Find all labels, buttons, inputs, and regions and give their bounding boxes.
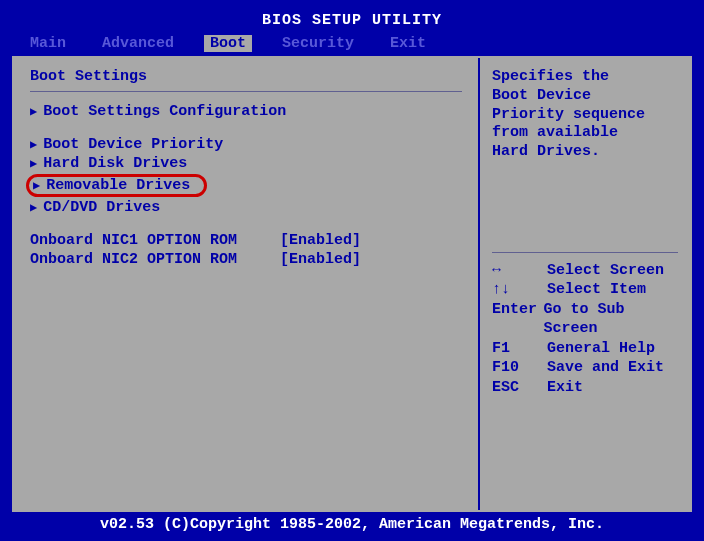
hint-f1: F1 General Help xyxy=(492,339,678,359)
divider xyxy=(492,252,678,253)
entry-label: Boot Settings Configuration xyxy=(43,103,286,120)
tab-main[interactable]: Main xyxy=(12,35,84,52)
tab-advanced[interactable]: Advanced xyxy=(84,35,192,52)
help-panel: Specifies the Boot Device Priority seque… xyxy=(480,58,690,510)
entry-removable-drives[interactable]: ▶ Removable Drives xyxy=(30,173,462,198)
submenu-arrow-icon: ▶ xyxy=(30,200,37,215)
hint-esc: ESC Exit xyxy=(492,378,678,398)
option-label: Onboard NIC1 OPTION ROM xyxy=(30,232,280,249)
entry-cd-dvd-drives[interactable]: ▶ CD/DVD Drives xyxy=(30,198,462,217)
entry-label: CD/DVD Drives xyxy=(43,199,160,216)
tab-boot[interactable]: Boot xyxy=(204,35,252,52)
hint-select-item: ↑↓ Select Item xyxy=(492,280,678,300)
entry-label: Removable Drives xyxy=(46,177,190,194)
option-nic2-rom[interactable]: Onboard NIC2 OPTION ROM [Enabled] xyxy=(30,250,462,269)
hint-f10: F10 Save and Exit xyxy=(492,358,678,378)
option-nic1-rom[interactable]: Onboard NIC1 OPTION ROM [Enabled] xyxy=(30,231,462,250)
submenu-arrow-icon: ▶ xyxy=(30,156,37,171)
tab-exit[interactable]: Exit xyxy=(372,35,444,52)
divider xyxy=(30,91,462,92)
entry-label: Boot Device Priority xyxy=(43,136,223,153)
entry-boot-device-priority[interactable]: ▶ Boot Device Priority xyxy=(30,135,462,154)
option-value: [Enabled] xyxy=(280,251,361,268)
section-title: Boot Settings xyxy=(30,68,462,85)
highlight-callout: ▶ Removable Drives xyxy=(26,174,207,197)
entry-hard-disk-drives[interactable]: ▶ Hard Disk Drives xyxy=(30,154,462,173)
option-value: [Enabled] xyxy=(280,232,361,249)
footer-copyright: v02.53 (C)Copyright 1985-2002, American … xyxy=(12,512,692,533)
entry-label: Hard Disk Drives xyxy=(43,155,187,172)
hint-enter: Enter Go to Sub Screen xyxy=(492,300,678,339)
key-hints: ↔ Select Screen ↑↓ Select Item Enter Go … xyxy=(492,261,678,398)
help-text: Specifies the Boot Device Priority seque… xyxy=(492,68,678,162)
option-label: Onboard NIC2 OPTION ROM xyxy=(30,251,280,268)
submenu-arrow-icon: ▶ xyxy=(30,104,37,119)
window-title: BIOS SETUP UTILITY xyxy=(12,8,692,33)
hint-select-screen: ↔ Select Screen xyxy=(492,261,678,281)
submenu-arrow-icon: ▶ xyxy=(30,137,37,152)
tab-security[interactable]: Security xyxy=(264,35,372,52)
submenu-arrow-icon: ▶ xyxy=(33,178,40,193)
top-menu-bar: Main Advanced Boot Security Exit xyxy=(12,33,692,56)
main-panel: Boot Settings ▶ Boot Settings Configurat… xyxy=(14,58,480,510)
entry-boot-settings-config[interactable]: ▶ Boot Settings Configuration xyxy=(30,102,462,121)
